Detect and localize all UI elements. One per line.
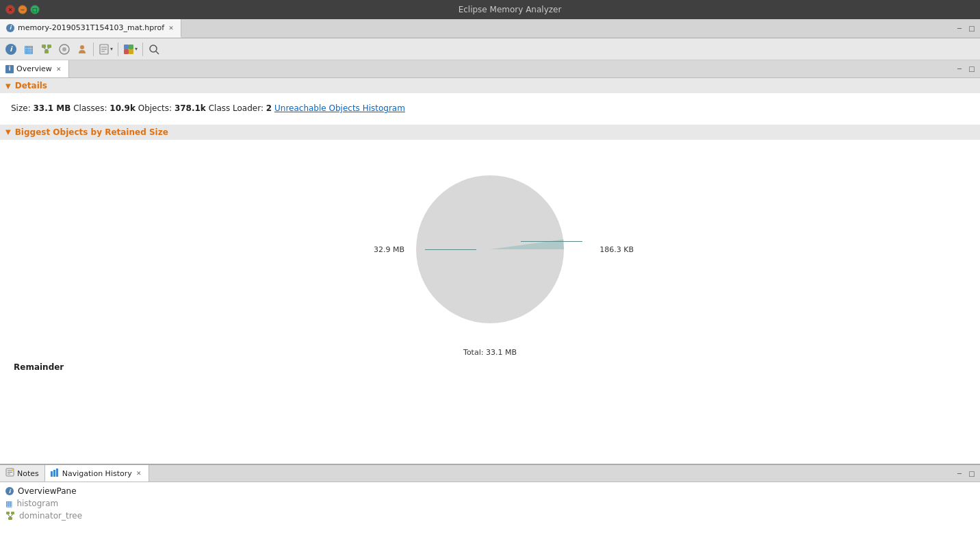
svg-rect-12 bbox=[124, 45, 129, 49]
details-content: Size: 33.1 MB Classes: 10.9k Objects: 37… bbox=[0, 93, 980, 125]
info-icon: i bbox=[6, 24, 14, 32]
bottom-maximize-button[interactable]: □ bbox=[966, 468, 977, 479]
histogram-icon: ▦ bbox=[24, 43, 34, 55]
editor-window-controls[interactable]: ─ □ bbox=[954, 19, 980, 38]
svg-line-29 bbox=[8, 514, 11, 517]
pie-right-label: 186.3 KB bbox=[599, 245, 634, 253]
notes-tab-label: Notes bbox=[17, 469, 39, 478]
objects-label: Objects: bbox=[138, 103, 175, 113]
classes-value: 10.9k bbox=[109, 103, 136, 113]
file-tab[interactable]: i memory-20190531T154103_mat.hprof ✕ bbox=[0, 19, 181, 38]
editor-tab-bar: i Overview ✕ ─ □ bbox=[0, 60, 980, 78]
nav-history-item-histogram[interactable]: ▦ histogram bbox=[0, 497, 980, 510]
navigation-history-tab-close-button[interactable]: ✕ bbox=[135, 469, 143, 477]
svg-rect-26 bbox=[6, 512, 10, 514]
details-section-header[interactable]: ▼ Details bbox=[0, 78, 980, 93]
navigation-history-tab-label: Navigation History bbox=[62, 469, 132, 478]
file-tab-close-button[interactable]: ✕ bbox=[167, 24, 175, 32]
size-label: Size: bbox=[11, 103, 31, 113]
navigation-history-content: i OverviewPane ▦ histogram bbox=[0, 482, 980, 537]
maximize-window-button[interactable]: □ bbox=[30, 5, 40, 14]
biggest-objects-section-title: Biggest Objects by Retained Size bbox=[15, 127, 168, 137]
details-arrow-icon: ▼ bbox=[5, 82, 11, 90]
dominator-toolbar-button[interactable] bbox=[38, 41, 55, 58]
close-window-button[interactable]: ✕ bbox=[5, 5, 15, 14]
overview-content: ▼ Details Size: 33.1 MB Classes: 10.9k O… bbox=[0, 78, 980, 464]
reports-dropdown-arrow: ▾ bbox=[110, 46, 113, 52]
overview-editor-tab[interactable]: i Overview ✕ bbox=[0, 60, 69, 77]
main-area: i Overview ✕ ─ □ ▼ Details Size: 33.1 MB… bbox=[0, 60, 980, 537]
nav-history-item-dominator[interactable]: dominator_tree bbox=[0, 510, 980, 522]
svg-rect-1 bbox=[47, 45, 51, 48]
svg-rect-14 bbox=[124, 49, 129, 54]
toolbar-separator-2 bbox=[118, 42, 118, 56]
bottom-pane: Notes Navigation History ✕ ─ □ bbox=[0, 464, 980, 537]
overview-tab-label: Overview bbox=[16, 64, 52, 73]
nav-histogram-label: histogram bbox=[16, 499, 58, 508]
thread-toolbar-button[interactable] bbox=[74, 41, 90, 58]
nav-dominator-label: dominator_tree bbox=[19, 511, 82, 521]
classes-label: Classes: bbox=[73, 103, 109, 113]
editor-pane: i Overview ✕ ─ □ ▼ Details Size: 33.1 MB… bbox=[0, 60, 980, 464]
toolbar-separator-3 bbox=[142, 42, 143, 56]
overview-toolbar-button[interactable]: i bbox=[3, 41, 19, 58]
class-loader-label: Class Loader: bbox=[209, 103, 266, 113]
notes-tab[interactable]: Notes bbox=[0, 465, 45, 482]
svg-line-3 bbox=[44, 48, 47, 50]
svg-rect-15 bbox=[129, 49, 133, 54]
svg-line-17 bbox=[156, 51, 159, 54]
pie-chart-container: 32.9 MB 186.3 KB bbox=[319, 153, 661, 345]
editor-minimize-button[interactable]: ─ bbox=[954, 64, 965, 75]
file-tab-icon: i bbox=[5, 23, 15, 33]
nav-overview-label: OverviewPane bbox=[18, 486, 77, 496]
svg-rect-28 bbox=[8, 517, 12, 520]
minimize-pane-button[interactable]: ─ bbox=[954, 23, 965, 34]
notes-tab-icon bbox=[5, 468, 14, 479]
reports-icon bbox=[99, 44, 109, 55]
dominator-tree-icon bbox=[41, 44, 52, 55]
unreachable-objects-link[interactable]: Unreachable Objects Histogram bbox=[274, 103, 405, 113]
pie-line-right bbox=[521, 241, 582, 242]
overview-tab-close-button[interactable]: ✕ bbox=[55, 65, 63, 73]
svg-rect-24 bbox=[53, 470, 55, 477]
file-tab-label: memory-20190531T154103_mat.hprof bbox=[18, 23, 164, 32]
bottom-tab-spacer bbox=[149, 465, 954, 482]
extensions-toolbar-dropdown[interactable]: ▾ bbox=[121, 41, 140, 58]
nav-histogram-icon: ▦ bbox=[5, 499, 12, 508]
svg-rect-23 bbox=[51, 471, 53, 477]
navigation-history-tab[interactable]: Navigation History ✕ bbox=[45, 465, 149, 482]
svg-rect-27 bbox=[11, 512, 14, 514]
chart-total-label: Total: 33.1 MB bbox=[463, 348, 517, 357]
bottom-tab-bar: Notes Navigation History ✕ ─ □ bbox=[0, 464, 980, 482]
details-section-title: Details bbox=[15, 81, 47, 90]
svg-point-7 bbox=[80, 45, 84, 49]
histogram-toolbar-button[interactable]: ▦ bbox=[21, 41, 37, 58]
minimize-window-button[interactable]: ─ bbox=[18, 5, 27, 14]
overview-tab-icon: i bbox=[5, 65, 14, 73]
reports-toolbar-dropdown[interactable]: ▾ bbox=[96, 41, 115, 58]
svg-point-6 bbox=[62, 47, 66, 51]
oql-icon bbox=[59, 44, 70, 55]
nav-overview-icon: i bbox=[5, 487, 14, 495]
maximize-pane-button[interactable]: □ bbox=[966, 23, 977, 34]
bottom-minimize-button[interactable]: ─ bbox=[954, 468, 965, 479]
file-tab-bar: i memory-20190531T154103_mat.hprof ✕ ─ □ bbox=[0, 19, 980, 38]
remainder-label: Remainder bbox=[14, 362, 64, 372]
svg-line-30 bbox=[10, 514, 13, 517]
svg-point-16 bbox=[150, 45, 157, 52]
search-toolbar-button[interactable] bbox=[146, 41, 162, 58]
bottom-pane-controls[interactable]: ─ □ bbox=[954, 465, 980, 482]
editor-pane-controls[interactable]: ─ □ bbox=[954, 60, 980, 77]
nav-history-item-overview[interactable]: i OverviewPane bbox=[0, 485, 980, 497]
oql-toolbar-button[interactable] bbox=[56, 41, 73, 58]
biggest-objects-section-header[interactable]: ▼ Biggest Objects by Retained Size bbox=[0, 125, 980, 140]
tab-spacer bbox=[181, 19, 954, 38]
window-buttons[interactable]: ✕ ─ □ bbox=[5, 5, 40, 14]
app-title: Eclipse Memory Analyzer bbox=[45, 5, 975, 14]
search-icon bbox=[149, 44, 159, 55]
editor-maximize-button[interactable]: □ bbox=[966, 64, 977, 75]
title-bar: ✕ ─ □ Eclipse Memory Analyzer bbox=[0, 0, 980, 19]
svg-rect-25 bbox=[56, 469, 58, 477]
objects-value: 378.1k bbox=[175, 103, 206, 113]
editor-tab-spacer bbox=[69, 60, 954, 77]
